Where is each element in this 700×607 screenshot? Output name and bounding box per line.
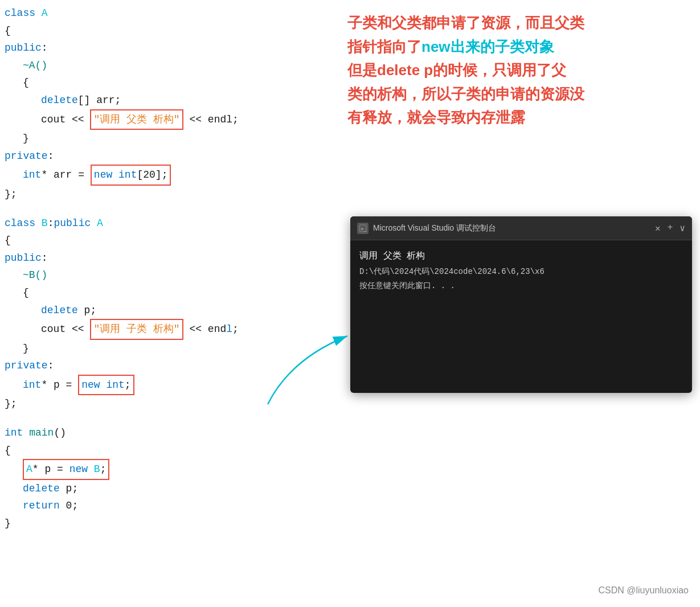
terminal-title-text: Microsoft Visual Studio 调试控制台 xyxy=(373,223,650,233)
code-line: { xyxy=(5,442,336,460)
annotation-line-2b: new出来的子类对象 xyxy=(421,38,554,55)
annotation-text: 子类和父类都申请了资源，而且父类 指针指向了new出来的子类对象 但是delet… xyxy=(336,6,695,136)
terminal-icon: >_ xyxy=(357,223,369,234)
terminal-controls[interactable]: ✕ + ∨ xyxy=(655,223,685,234)
code-line-highlight: cout << "调用 父类 析构" << endl; xyxy=(5,109,336,130)
code-line: class A xyxy=(5,5,336,22)
terminal-window: >_ Microsoft Visual Studio 调试控制台 ✕ + ∨ 调… xyxy=(350,216,692,393)
code-line: private: xyxy=(5,357,336,375)
terminal-output-2: D:\代码\2024代码\2024code\2024.6\6,23\x6 xyxy=(359,265,683,279)
code-line: }; xyxy=(5,395,336,413)
code-line-highlight-b: cout << "调用 子类 析构" << endl; xyxy=(5,319,336,340)
code-line: private: xyxy=(5,147,336,165)
svg-text:>_: >_ xyxy=(361,226,367,232)
annotation-line-3: 但是delete p的时候，只调用了父 xyxy=(347,61,566,79)
code-line: delete p; xyxy=(5,480,336,498)
annotation-line-1: 子类和父类都申请了资源，而且父类 xyxy=(347,14,584,31)
code-line: ~B() xyxy=(5,266,336,284)
code-line: } xyxy=(5,340,336,358)
code-line: { xyxy=(5,284,336,302)
code-line: ~A() xyxy=(5,57,336,75)
terminal-output-3: 按任意键关闭此窗口. . . xyxy=(359,279,683,293)
code-panel: class A { public: ~A() { delete[] arr; c… xyxy=(0,0,336,607)
terminal-titlebar: >_ Microsoft Visual Studio 调试控制台 ✕ + ∨ xyxy=(350,216,692,240)
code-line: { xyxy=(5,74,336,92)
close-button[interactable]: ✕ xyxy=(655,223,661,234)
annotation-line-2a: 指针指向了 xyxy=(347,38,421,55)
add-tab-button[interactable]: + xyxy=(668,223,673,234)
watermark: CSDN @liuyunluoxiao xyxy=(598,585,689,596)
code-line: class B:public A xyxy=(5,215,336,232)
chevron-down-button[interactable]: ∨ xyxy=(679,223,685,234)
code-line: public: xyxy=(5,39,336,57)
annotation-line-5: 有释放，就会导致内存泄露 xyxy=(347,109,525,126)
code-line: delete p; xyxy=(5,302,336,319)
code-line: delete[] arr; xyxy=(5,92,336,109)
code-line: int main() xyxy=(5,424,336,442)
code-line: } xyxy=(5,130,336,147)
terminal-output-1: 调用 父类 析构 xyxy=(359,248,683,265)
code-line-p: int* p = new int; xyxy=(5,375,336,396)
terminal-body: 调用 父类 析构 D:\代码\2024代码\2024code\2024.6\6,… xyxy=(350,240,692,301)
code-line: return 0; xyxy=(5,497,336,515)
annotation-line-4: 类的析构，所以子类的申请的资源没 xyxy=(347,85,584,102)
code-line-main-p: A* p = new B; xyxy=(5,459,336,480)
code-line: } xyxy=(5,515,336,532)
code-line: { xyxy=(5,22,336,40)
code-line: }; xyxy=(5,186,336,203)
annotation-area: 子类和父类都申请了资源，而且父类 指针指向了new出来的子类对象 但是delet… xyxy=(336,6,695,136)
code-line: public: xyxy=(5,249,336,267)
code-line: { xyxy=(5,232,336,249)
code-line-arr: int* arr = new int[20]; xyxy=(5,165,336,186)
